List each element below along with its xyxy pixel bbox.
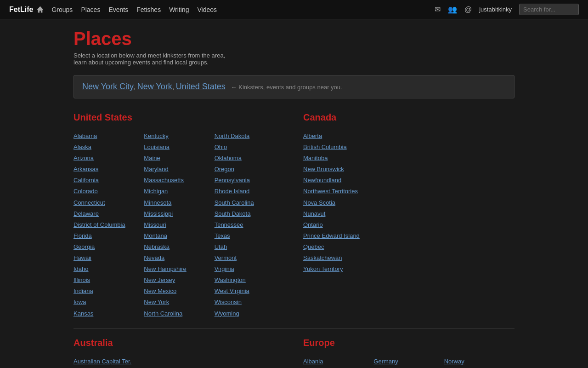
list-item[interactable]: New York xyxy=(144,297,214,307)
list-item[interactable]: Nebraska xyxy=(144,242,214,252)
list-item[interactable]: Rhode Island xyxy=(215,186,285,196)
list-item[interactable]: Arkansas xyxy=(74,164,144,174)
list-item[interactable]: Nevada xyxy=(144,253,214,263)
list-item[interactable]: South Dakota xyxy=(215,209,285,219)
us-section: United States AlabamaAlaskaArizonaArkans… xyxy=(74,112,285,319)
list-item[interactable]: Nova Scotia xyxy=(303,198,514,208)
list-item[interactable]: Virginia xyxy=(215,264,285,274)
list-item[interactable]: New Hampshire xyxy=(144,264,214,274)
list-item[interactable]: Florida xyxy=(74,231,144,241)
australia-col1: Australian Capital Ter.New South WalesNo… xyxy=(74,356,285,368)
list-item[interactable]: Germany xyxy=(373,356,444,367)
location-box: New York City, New York, United States ←… xyxy=(74,75,514,98)
list-item[interactable]: New Jersey xyxy=(144,275,214,285)
list-item[interactable]: Tennessee xyxy=(215,220,285,230)
list-item[interactable]: Minnesota xyxy=(144,198,214,208)
list-item[interactable]: Newfoundland xyxy=(303,175,514,185)
canada-title: Canada xyxy=(303,112,514,126)
list-item[interactable]: North Carolina xyxy=(144,309,214,319)
nav-logo[interactable]: FetLife xyxy=(9,6,43,14)
list-item[interactable]: Hawaii xyxy=(74,253,144,263)
list-item[interactable]: Saskatchewan xyxy=(303,253,514,263)
list-item[interactable]: Maryland xyxy=(144,164,214,174)
main-content: Places Select a location below and meet … xyxy=(64,19,524,368)
list-item[interactable]: Delaware xyxy=(74,209,144,219)
list-item[interactable]: New Brunswick xyxy=(303,164,514,174)
list-item[interactable]: District of Columbia xyxy=(74,220,144,230)
list-item[interactable]: Utah xyxy=(215,242,285,252)
list-item[interactable]: Vermont xyxy=(215,253,285,263)
search-input[interactable] xyxy=(519,4,579,15)
list-item[interactable]: Wyoming xyxy=(215,309,285,319)
nav-videos[interactable]: Videos xyxy=(197,6,217,13)
list-item[interactable]: British Columbia xyxy=(303,142,514,152)
list-item[interactable]: New Mexico xyxy=(144,286,214,296)
list-item[interactable]: Oregon xyxy=(215,164,285,174)
nav-fetishes[interactable]: Fetishes xyxy=(136,6,161,13)
canada-col1: AlbertaBritish ColumbiaManitobaNew Bruns… xyxy=(303,131,514,274)
list-item[interactable]: Alaska xyxy=(74,142,144,152)
list-item[interactable]: Idaho xyxy=(74,264,144,274)
list-item[interactable]: Washington xyxy=(215,275,285,285)
list-item[interactable]: Mississippi xyxy=(144,209,214,219)
mentions-icon[interactable]: @ xyxy=(464,6,472,14)
list-item[interactable]: Wisconsin xyxy=(215,297,285,307)
location-city[interactable]: New York City xyxy=(82,82,134,91)
list-item[interactable]: Ohio xyxy=(215,142,285,152)
list-item[interactable]: Massachusetts xyxy=(144,175,214,185)
europe-columns: AlbaniaAndorraArmeniaAustriaAzerbaijan G… xyxy=(303,356,514,368)
list-item[interactable]: North Dakota xyxy=(215,131,285,141)
friends-icon[interactable]: 👥 xyxy=(448,5,457,14)
list-item[interactable]: Texas xyxy=(215,231,285,241)
list-item[interactable]: Norway xyxy=(444,356,514,367)
location-country[interactable]: United States xyxy=(176,82,226,91)
list-item[interactable]: Georgia xyxy=(74,242,144,252)
list-item[interactable]: Colorado xyxy=(74,186,144,196)
list-item[interactable]: Ontario xyxy=(303,220,514,230)
messages-icon[interactable]: ✉ xyxy=(435,5,441,14)
europe-col2: GermanyGreeceHungaryIcelandIreland xyxy=(373,356,444,368)
location-tagline: ← Kinksters, events and groups near you. xyxy=(231,84,342,91)
list-item[interactable]: Australian Capital Ter. xyxy=(74,356,285,367)
canada-section: Canada AlbertaBritish ColumbiaManitobaNe… xyxy=(303,112,514,319)
list-item[interactable]: South Carolina xyxy=(215,198,285,208)
list-item[interactable]: Michigan xyxy=(144,186,214,196)
list-item[interactable]: Northwest Territories xyxy=(303,186,514,196)
list-item[interactable]: Louisiana xyxy=(144,142,214,152)
nav-groups[interactable]: Groups xyxy=(51,6,73,13)
us-columns: AlabamaAlaskaArizonaArkansasCaliforniaCo… xyxy=(74,131,285,319)
europe-col3: NorwayPolandPortugalRomaniaRussian Feder… xyxy=(444,356,514,368)
list-item[interactable]: Nunavut xyxy=(303,209,514,219)
location-state[interactable]: New York xyxy=(137,82,172,91)
list-item[interactable]: Quebec xyxy=(303,242,514,252)
europe-col1: AlbaniaAndorraArmeniaAustriaAzerbaijan xyxy=(303,356,373,368)
list-item[interactable]: West Virginia xyxy=(215,286,285,296)
list-item[interactable]: Montana xyxy=(144,231,214,241)
list-item[interactable]: Indiana xyxy=(74,286,144,296)
nav-writing[interactable]: Writing xyxy=(169,6,189,13)
list-item[interactable]: Kentucky xyxy=(144,131,214,141)
list-item[interactable]: Iowa xyxy=(74,297,144,307)
australia-title: Australia xyxy=(74,338,285,351)
list-item[interactable]: Maine xyxy=(144,153,214,163)
list-item[interactable]: California xyxy=(74,175,144,185)
logo-text: FetLife xyxy=(9,6,33,14)
list-item[interactable]: Arizona xyxy=(74,153,144,163)
us-title: United States xyxy=(74,112,285,126)
list-item[interactable]: Yukon Territory xyxy=(303,264,514,274)
nav-places[interactable]: Places xyxy=(81,6,100,13)
list-item[interactable]: Albania xyxy=(303,356,373,367)
list-item[interactable]: Prince Edward Island xyxy=(303,231,514,241)
list-item[interactable]: Illinois xyxy=(74,275,144,285)
list-item[interactable]: Connecticut xyxy=(74,198,144,208)
list-item[interactable]: Oklahoma xyxy=(215,153,285,163)
list-item[interactable]: Pennsylvania xyxy=(215,175,285,185)
list-item[interactable]: Missouri xyxy=(144,220,214,230)
username-menu[interactable]: justabitkinky xyxy=(479,6,512,13)
nav-events[interactable]: Events xyxy=(108,6,128,13)
list-item[interactable]: Manitoba xyxy=(303,153,514,163)
list-item[interactable]: Alberta xyxy=(303,131,514,141)
list-item[interactable]: Kansas xyxy=(74,309,144,319)
list-item[interactable]: Alabama xyxy=(74,131,144,141)
australia-columns: Australian Capital Ter.New South WalesNo… xyxy=(74,356,285,368)
